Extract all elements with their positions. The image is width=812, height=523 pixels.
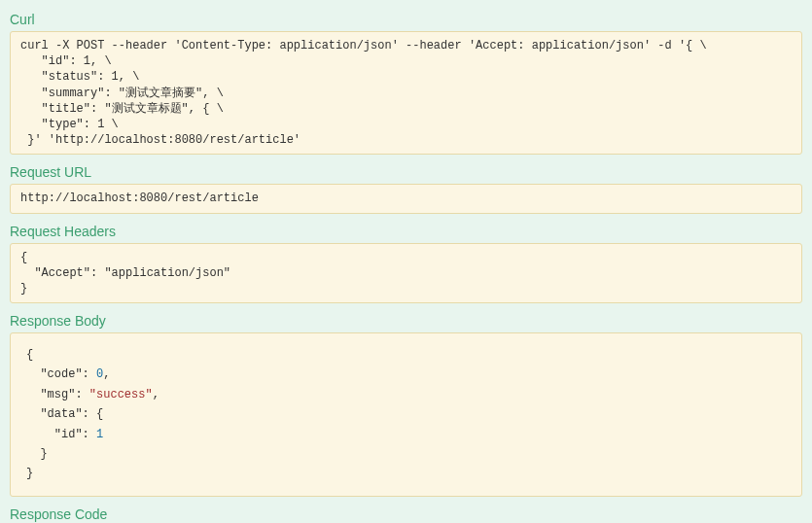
request-headers-heading: Request Headers [10, 224, 806, 239]
request-url-heading: Request URL [10, 164, 806, 180]
curl-command-block: curl -X POST --header 'Content-Type: app… [10, 31, 802, 155]
curl-heading: Curl [10, 12, 806, 27]
response-body-heading: Response Body [10, 313, 806, 329]
request-url-block: http://localhost:8080/rest/article [10, 184, 802, 213]
response-body-block: { "code": 0, "msg": "success", "data": {… [10, 332, 802, 497]
response-code-heading: Response Code [10, 506, 806, 522]
request-headers-block: { "Accept": "application/json" } [10, 243, 802, 304]
